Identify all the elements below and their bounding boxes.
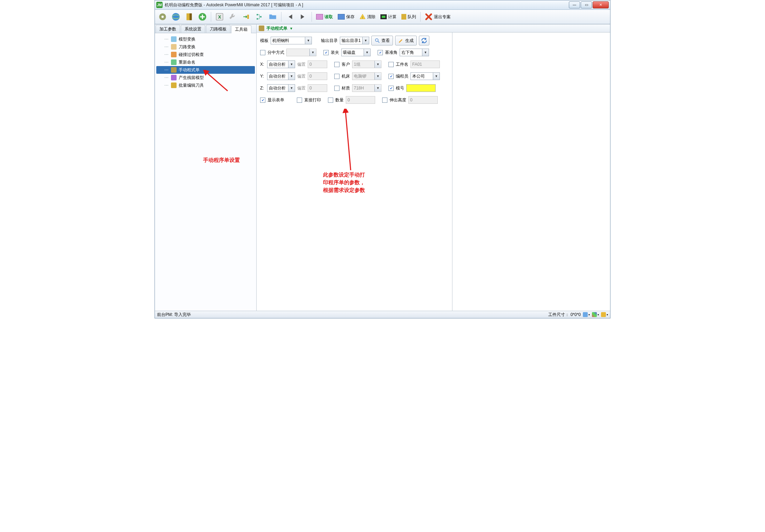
quantity-checkbox[interactable] xyxy=(328,98,333,103)
generate-button[interactable]: 生成 xyxy=(395,36,417,45)
tree-item-model-transform[interactable]: ⋯模型变换 xyxy=(156,35,255,43)
window-title: 机明自动编程免费版 - Autodesk PowerMill Ultimate … xyxy=(165,2,303,8)
status-folder-icon[interactable] xyxy=(601,312,606,317)
z-offset-label: 偏置 xyxy=(297,85,306,91)
add-icon[interactable] xyxy=(197,11,208,22)
warning-icon: ! xyxy=(359,14,366,20)
center-select[interactable]: ▼ xyxy=(286,49,316,56)
tab-system-settings[interactable]: 系统设置 xyxy=(181,25,205,33)
app-window: JM 机明自动编程免费版 - Autodesk PowerMill Ultima… xyxy=(155,0,610,318)
save-button[interactable]: 保存 xyxy=(336,12,356,22)
y-mode-value: 自动分析 xyxy=(269,73,286,79)
x-label: X: xyxy=(260,62,265,67)
y-mode-select[interactable]: 自动分析▼ xyxy=(267,72,295,80)
datum-select[interactable]: 右下角▼ xyxy=(400,49,429,56)
read-button[interactable]: 读取 xyxy=(315,12,334,22)
mold-label: 模号 xyxy=(396,85,404,91)
status-color-icon[interactable] xyxy=(592,312,597,317)
dropdown-arrow-icon[interactable]: ▼ xyxy=(289,27,293,30)
svg-rect-9 xyxy=(247,15,249,19)
toolbar-separator xyxy=(312,12,312,22)
extend-height-checkbox[interactable] xyxy=(382,98,387,103)
partname-label: 工件名 xyxy=(396,62,408,67)
status-right-text: 工件尺寸： 0*0*0 xyxy=(548,312,581,318)
skip-start-icon[interactable] xyxy=(284,11,295,22)
tree-item-toolpath-transform[interactable]: ⋯刀路变换 xyxy=(156,43,255,51)
tree-item-batch-edit-tools[interactable]: ⋯批量编辑刀具 xyxy=(156,81,255,89)
exit-plan-button[interactable]: 退出专案 xyxy=(423,12,452,22)
y-offset-input[interactable]: 0 xyxy=(308,72,327,80)
read-label: 读取 xyxy=(324,14,333,20)
skip-end-icon[interactable] xyxy=(298,11,309,22)
material-checkbox[interactable] xyxy=(334,86,339,91)
model-icon xyxy=(171,36,177,42)
mold-input[interactable] xyxy=(406,84,436,92)
machine-checkbox[interactable] xyxy=(334,74,339,79)
z-offset-input[interactable]: 0 xyxy=(308,84,327,92)
form-area: 模板 机明钢料▼ 输出目录 输出目录1▼ 查看 生成 分中方式 ▼ xyxy=(257,33,452,311)
template-select[interactable]: 机明钢料▼ xyxy=(271,37,312,44)
svg-rect-5 xyxy=(190,13,192,20)
tool-icon[interactable] xyxy=(184,11,195,22)
tree-item-manual-program-sheet[interactable]: ⋯手动程式单 xyxy=(156,66,255,74)
x-offset-input[interactable]: 0 xyxy=(308,60,327,68)
tab-toolbox[interactable]: 工具箱 xyxy=(231,25,251,33)
datum-checkbox[interactable] xyxy=(378,50,383,55)
output-dir-select[interactable]: 输出目录1▼ xyxy=(340,37,369,44)
pencil-icon xyxy=(398,38,404,43)
batch-icon xyxy=(171,82,177,88)
clamp-label: 装夹 xyxy=(331,50,339,56)
clamp-select[interactable]: 吸磁盘▼ xyxy=(341,49,371,56)
status-icon[interactable] xyxy=(583,312,588,317)
left-panel: 加工参数 系统设置 刀路模板 工具箱 ⋯模型变换 ⋯刀路变换 ⋯碰撞过切检查 ⋯… xyxy=(155,24,257,311)
calc-button[interactable]: 计算 xyxy=(379,12,398,22)
tab-machining-params[interactable]: 加工参数 xyxy=(156,25,180,33)
tree-item-residual-model[interactable]: ⋯产生残留模型 xyxy=(156,74,255,81)
programmer-checkbox[interactable] xyxy=(388,74,394,79)
tree-label: 模型变换 xyxy=(179,36,195,42)
close-button[interactable]: ✕ xyxy=(593,1,609,8)
z-mode-select[interactable]: 自动分析▼ xyxy=(267,84,295,92)
center-checkbox[interactable] xyxy=(260,50,265,55)
direct-print-checkbox[interactable] xyxy=(297,98,302,103)
x-mode-select[interactable]: 自动分析▼ xyxy=(267,60,295,68)
tree-label: 碰撞过切检查 xyxy=(179,52,204,58)
tree-item-rename[interactable]: ⋯重新命名 xyxy=(156,58,255,66)
extend-height-input[interactable]: 0 xyxy=(408,96,438,104)
minimize-button[interactable]: — xyxy=(569,1,580,8)
customer-checkbox[interactable] xyxy=(334,62,339,67)
mold-checkbox[interactable] xyxy=(388,86,394,91)
wrench-icon[interactable] xyxy=(227,11,238,22)
clear-button[interactable]: !清除 xyxy=(358,12,377,22)
globe-icon[interactable] xyxy=(170,11,181,22)
datum-value: 右下角 xyxy=(401,50,414,56)
queue-button[interactable]: 队列 xyxy=(400,12,417,22)
partname-input[interactable]: FA01 xyxy=(410,60,440,68)
machine-label: 机床 xyxy=(342,73,350,79)
machine-select[interactable]: 电脑锣▼ xyxy=(352,72,381,80)
material-select[interactable]: 718H▼ xyxy=(352,84,381,92)
quantity-input[interactable]: 0 xyxy=(346,96,375,104)
svg-point-15 xyxy=(376,39,378,42)
customer-select[interactable]: 1组▼ xyxy=(352,60,381,68)
tree-item-collision-check[interactable]: ⋯碰撞过切检查 xyxy=(156,51,255,58)
tree-icon[interactable] xyxy=(254,11,265,22)
view-button[interactable]: 查看 xyxy=(371,36,393,45)
svg-text:X: X xyxy=(218,14,221,20)
import-icon[interactable] xyxy=(241,11,252,22)
refresh-button[interactable] xyxy=(419,36,429,45)
tab-toolpath-template[interactable]: 刀路模板 xyxy=(206,25,230,33)
partname-checkbox[interactable] xyxy=(388,62,394,67)
material-label: 材质 xyxy=(342,85,350,91)
sub-toolbar: 手动程式单 ▼ xyxy=(257,24,610,33)
excel-icon[interactable]: X xyxy=(214,11,225,22)
toolbar-separator xyxy=(211,12,211,22)
folder-icon[interactable] xyxy=(267,11,278,22)
maximize-button[interactable]: ▭ xyxy=(581,1,592,8)
clamp-checkbox[interactable] xyxy=(323,50,329,55)
show-sheet-checkbox[interactable] xyxy=(260,98,265,103)
app-icon: JM xyxy=(156,2,163,8)
settings-icon[interactable] xyxy=(157,11,168,22)
toolbar-separator xyxy=(420,12,421,22)
programmer-select[interactable]: 本公司▼ xyxy=(410,72,440,80)
